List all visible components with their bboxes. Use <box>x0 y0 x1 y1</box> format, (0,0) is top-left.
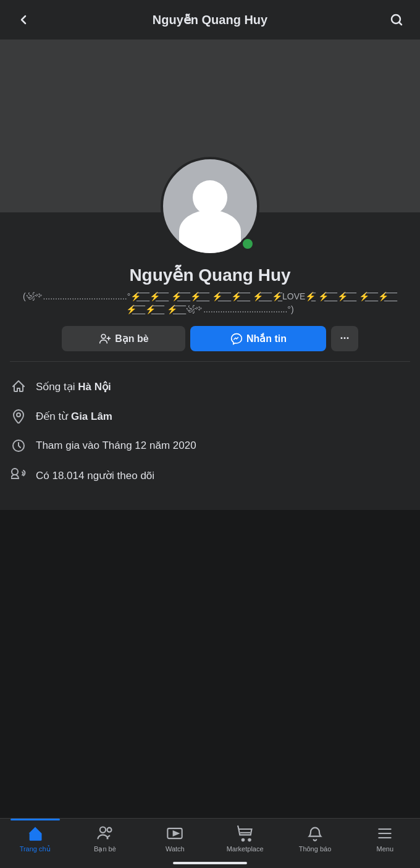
svg-point-5 <box>107 828 111 832</box>
svg-point-8 <box>242 839 244 841</box>
profile-name: Nguyễn Quang Huy <box>0 265 420 285</box>
watch-nav-icon <box>165 824 185 843</box>
back-button[interactable] <box>12 9 35 31</box>
clock-icon <box>10 437 27 454</box>
followers-text: Có 18.014 người theo dõi <box>36 469 154 482</box>
home-nav-icon <box>25 824 45 843</box>
profile-section: Nguyễn Quang Huy (꧁༺....................… <box>0 212 420 510</box>
svg-marker-7 <box>174 832 178 836</box>
message-button-label: Nhắn tin <box>246 333 287 344</box>
profile-bio: (꧁༺...................................°⚡… <box>0 290 420 316</box>
friends-nav-label: Bạn bè <box>94 845 116 853</box>
join-date-text: Tham gia vào Tháng 12 năm 2020 <box>36 440 196 452</box>
friend-button[interactable]: Bạn bè <box>62 326 185 351</box>
join-date: Tham gia vào Tháng 12 năm 2020 <box>10 431 410 461</box>
bottom-navigation: Trang chủ Bạn bè Watch <box>0 818 420 868</box>
nav-menu[interactable]: Menu <box>360 824 410 853</box>
nav-friends[interactable]: Bạn bè <box>80 824 130 853</box>
home-indicator <box>173 862 247 864</box>
menu-nav-label: Menu <box>377 845 394 853</box>
notifications-nav-label: Thông báo <box>299 845 332 853</box>
info-section: Sống tại Hà Nội Đến từ Gia Lâm Tham gia … <box>0 362 420 500</box>
svg-point-2 <box>17 413 20 417</box>
svg-point-4 <box>100 827 106 833</box>
marketplace-nav-label: Marketplace <box>227 845 264 853</box>
friends-nav-icon <box>95 824 115 843</box>
svg-point-9 <box>248 839 251 841</box>
messenger-icon <box>230 333 243 345</box>
followers-icon <box>10 467 27 484</box>
location-icon <box>10 407 27 425</box>
home-nav-label: Trang chủ <box>20 845 51 853</box>
watch-nav-label: Watch <box>166 845 185 853</box>
location-from: Đến từ Gia Lâm <box>10 401 410 431</box>
followers: Có 18.014 người theo dõi <box>10 461 410 490</box>
nav-notifications[interactable]: Thông báo <box>290 824 340 853</box>
nav-watch[interactable]: Watch <box>150 824 200 853</box>
nav-marketplace[interactable]: Marketplace <box>220 824 270 853</box>
location-home: Sống tại Hà Nội <box>10 372 410 401</box>
friend-icon <box>99 333 111 345</box>
location-from-text: Đến từ Gia Lâm <box>36 410 112 423</box>
header: Nguyễn Quang Huy <box>0 0 420 40</box>
nav-home[interactable]: Trang chủ <box>10 824 60 853</box>
marketplace-nav-icon <box>235 824 255 843</box>
home-icon <box>10 378 27 395</box>
avatar-container[interactable] <box>161 157 259 256</box>
svg-point-1 <box>101 334 106 338</box>
action-buttons: Bạn bè Nhắn tin ··· <box>0 326 420 361</box>
friend-button-label: Bạn bè <box>115 333 148 344</box>
more-button[interactable]: ··· <box>331 326 358 351</box>
search-button[interactable] <box>385 9 408 31</box>
location-home-text: Sống tại Hà Nội <box>36 380 111 393</box>
online-indicator <box>241 237 254 251</box>
home-active-bar <box>10 819 60 820</box>
page-title: Nguyễn Quang Huy <box>153 12 267 27</box>
notifications-nav-icon <box>305 824 325 843</box>
cover-photo <box>0 40 420 212</box>
more-button-label: ··· <box>340 332 349 345</box>
menu-nav-icon <box>375 824 395 843</box>
avatar-body <box>179 210 241 253</box>
message-button[interactable]: Nhắn tin <box>190 326 326 351</box>
